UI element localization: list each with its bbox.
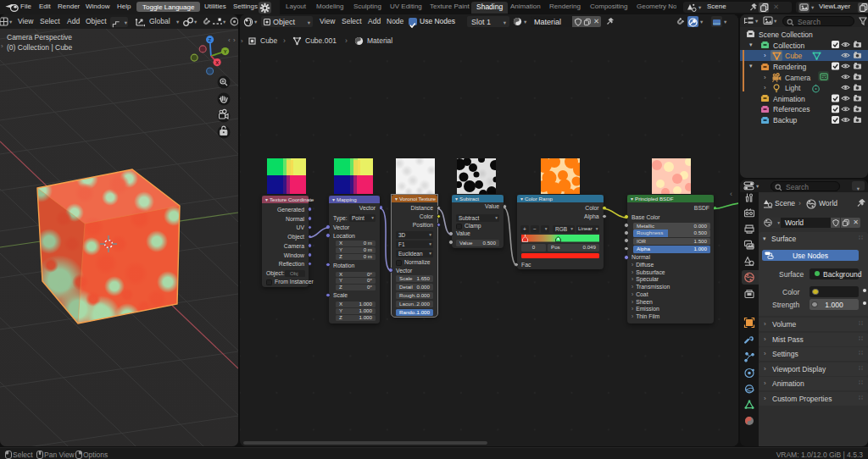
svg-text:›: › [233,36,236,44]
svg-text:X: X [215,60,219,65]
svg-text:Camera Perspective: Camera Perspective [7,33,72,41]
svg-text:‹: ‹ [228,36,231,44]
svg-text:›: › [1,42,3,50]
svg-text:(0) Collection | Cube: (0) Collection | Cube [7,43,73,52]
svg-text:Y: Y [224,49,227,54]
svg-text:Z: Z [209,37,212,42]
